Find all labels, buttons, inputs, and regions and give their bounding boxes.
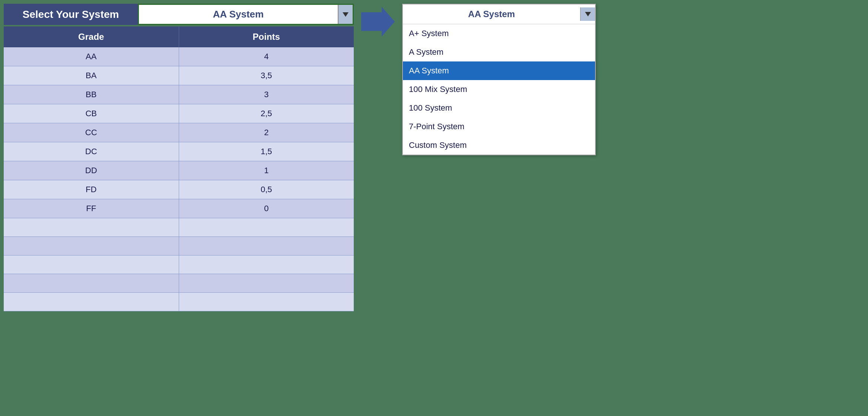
empty-grade-cell [4, 274, 179, 292]
dropdown-popup-arrow-button[interactable] [580, 7, 595, 21]
dropdown-options-list: A+ SystemA SystemAA System100 Mix System… [403, 24, 595, 155]
empty-grade-cell [4, 293, 179, 311]
empty-points-cell [179, 274, 354, 292]
points-cell: 2,5 [179, 104, 354, 123]
select-your-system-label: Select Your System [4, 4, 138, 25]
grade-cell: CB [4, 104, 179, 123]
grade-table: Grade Points AA 4 BA 3,5 BB 3 CB 2,5 CC … [4, 26, 354, 311]
table-row: FF 0 [4, 199, 354, 218]
grade-column-header: Grade [4, 26, 179, 47]
points-cell: 4 [179, 47, 354, 66]
empty-grade-cell [4, 237, 179, 255]
dropdown-selected-value: AA System [139, 5, 338, 24]
dropdown-option[interactable]: AA System [403, 61, 595, 80]
empty-points-cell [179, 293, 354, 311]
svg-marker-0 [361, 7, 395, 36]
dropdown-option[interactable]: 100 Mix System [403, 80, 595, 99]
table-row: BB 3 [4, 85, 354, 104]
grade-cell: BA [4, 66, 179, 85]
dropdown-arrow-button[interactable] [338, 5, 353, 24]
empty-grade-cell [4, 255, 179, 274]
grade-cell: FD [4, 180, 179, 199]
grade-cell: BB [4, 85, 179, 104]
dropdown-option[interactable]: A System [403, 43, 595, 61]
empty-table-row [4, 255, 354, 274]
table-row: DC 1,5 [4, 142, 354, 161]
empty-points-cell [179, 218, 354, 236]
grade-cell: CC [4, 123, 179, 142]
empty-table-row [4, 274, 354, 293]
points-cell: 0 [179, 199, 354, 218]
dropdown-option[interactable]: 7-Point System [403, 117, 595, 136]
table-row: AA 4 [4, 47, 354, 66]
empty-table-row [4, 237, 354, 255]
grade-cell: DD [4, 161, 179, 180]
points-cell: 0,5 [179, 180, 354, 199]
points-cell: 2 [179, 123, 354, 142]
dropdown-popup-current-value: AA System [403, 4, 580, 24]
empty-points-cell [179, 255, 354, 274]
chevron-down-icon-popup [585, 12, 591, 16]
points-column-header: Points [179, 26, 354, 47]
empty-table-row [4, 218, 354, 237]
table-row: BA 3,5 [4, 66, 354, 85]
table-row: FD 0,5 [4, 180, 354, 199]
grade-cell: FF [4, 199, 179, 218]
table-row: CC 2 [4, 123, 354, 142]
table-row: DD 1 [4, 161, 354, 180]
header-row: Select Your System AA System [4, 4, 354, 25]
left-panel: Select Your System AA System Grade Point… [4, 4, 354, 311]
points-cell: 3 [179, 85, 354, 104]
points-cell: 1,5 [179, 142, 354, 161]
chevron-down-icon [343, 12, 349, 17]
empty-grade-cell [4, 218, 179, 236]
empty-table-row [4, 293, 354, 311]
empty-points-cell [179, 237, 354, 255]
table-body: AA 4 BA 3,5 BB 3 CB 2,5 CC 2 DC 1,5 DD 1… [4, 47, 354, 311]
points-cell: 3,5 [179, 66, 354, 85]
dropdown-popup-header: AA System [403, 4, 595, 24]
dropdown-option[interactable]: A+ System [403, 24, 595, 43]
table-header: Grade Points [4, 26, 354, 47]
dropdown-popup: AA System A+ SystemA SystemAA System100 … [402, 4, 596, 155]
dropdown-option[interactable]: Custom System [403, 136, 595, 155]
navigation-arrow [361, 7, 395, 38]
dropdown-option[interactable]: 100 System [403, 99, 595, 117]
table-row: CB 2,5 [4, 104, 354, 123]
points-cell: 1 [179, 161, 354, 180]
grade-cell: AA [4, 47, 179, 66]
system-dropdown[interactable]: AA System [138, 4, 354, 25]
grade-cell: DC [4, 142, 179, 161]
